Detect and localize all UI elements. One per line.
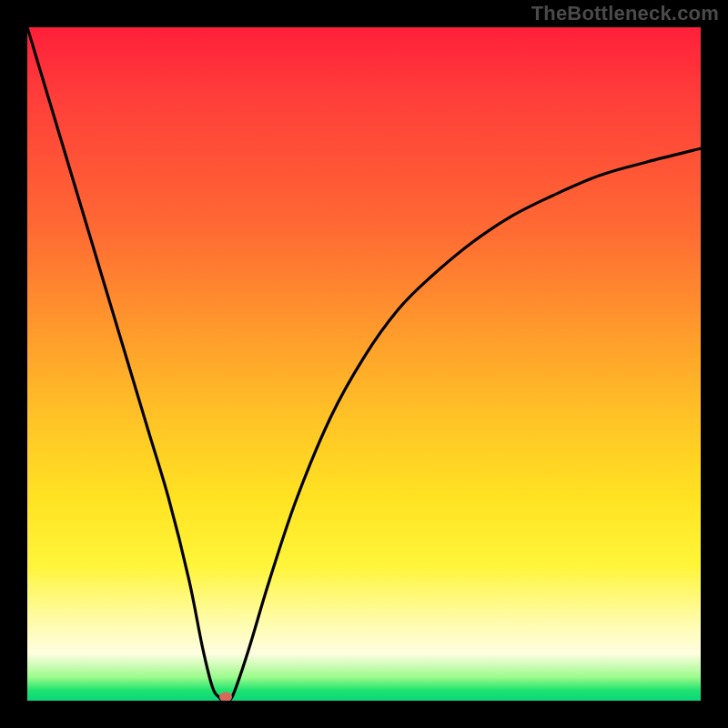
chart-frame: TheBottleneck.com bbox=[0, 0, 728, 728]
bottleneck-curve bbox=[27, 27, 701, 701]
optimal-point-marker bbox=[219, 693, 232, 701]
plot-area bbox=[27, 27, 701, 701]
watermark-text: TheBottleneck.com bbox=[531, 2, 719, 25]
